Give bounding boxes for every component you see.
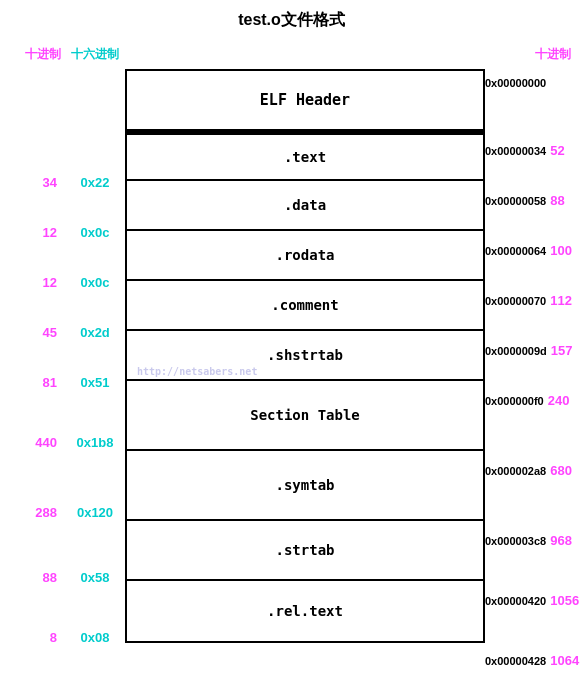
hex-comment: 0x2d: [80, 325, 110, 340]
segment-shstrtab: .shstrtab http://netsabers.net: [127, 331, 483, 381]
addr-9d: 0x0000009d: [485, 345, 547, 357]
addr-58: 0x00000058: [485, 195, 546, 207]
left-dec-shstrtab: 81: [43, 375, 61, 390]
dec-968: 968: [550, 533, 572, 548]
addr-3c8: 0x000003c8: [485, 535, 546, 547]
page-title: test.o文件格式: [10, 10, 573, 31]
left-col-header: 十进制: [25, 46, 61, 63]
dec-1064: 1064: [550, 653, 579, 668]
dec-157: 157: [551, 343, 573, 358]
segment-symtab: .symtab: [127, 451, 483, 521]
main-diagram-box: ELF Header .text .data .rodata .comment: [125, 39, 485, 667]
dec-52: 52: [550, 143, 564, 158]
center-col-header: 十六进制: [71, 46, 119, 63]
right-address-column: 十进制 0x00000000 0x00000034 52 0x00000058 …: [485, 39, 573, 667]
hex-data: 0x0c: [81, 225, 110, 240]
hex-sectab: 0x1b8: [77, 435, 114, 450]
hex-symtab: 0x120: [77, 505, 113, 520]
segment-rodata: .rodata: [127, 231, 483, 281]
hex-text: 0x22: [81, 175, 110, 190]
left-dec-comment: 45: [43, 325, 61, 340]
main-container: test.o文件格式 十进制 34 12 12 45: [10, 10, 573, 667]
dec-240: 240: [548, 393, 570, 408]
dec-88: 88: [550, 193, 564, 208]
segment-text: .text: [127, 131, 483, 181]
segment-strtab: .strtab: [127, 521, 483, 581]
left-dec-data: 12: [43, 225, 61, 240]
addr-428: 0x00000428: [485, 655, 546, 667]
watermark: http://netsabers.net: [137, 366, 257, 377]
left-decimal-column: 十进制 34 12 12 45 81 440: [10, 39, 65, 667]
addr-2a8: 0x000002a8: [485, 465, 546, 477]
dec-100: 100: [550, 243, 572, 258]
addr-420: 0x00000420: [485, 595, 546, 607]
center-hex-column: 十六进制 0x22 0x0c 0x0c 0x2d 0x51 0x1b8: [65, 39, 125, 667]
left-dec-reltext: 8: [50, 630, 61, 645]
addr-0: 0x00000000: [485, 77, 546, 89]
dec-680: 680: [550, 463, 572, 478]
addr-34: 0x00000034: [485, 145, 546, 157]
addr-70: 0x00000070: [485, 295, 546, 307]
left-dec-strtab: 88: [43, 570, 61, 585]
segment-comment: .comment: [127, 281, 483, 331]
segment-section-table: Section Table: [127, 381, 483, 451]
segment-elf-header: ELF Header: [127, 71, 483, 131]
left-dec-text: 34: [43, 175, 61, 190]
dec-1056: 1056: [550, 593, 579, 608]
hex-shstrtab: 0x51: [81, 375, 110, 390]
dec-112: 112: [550, 293, 572, 308]
left-dec-rodata: 12: [43, 275, 61, 290]
elf-layout-box: ELF Header .text .data .rodata .comment: [125, 69, 485, 643]
left-dec-sectab: 440: [35, 435, 61, 450]
hex-strtab: 0x58: [81, 570, 110, 585]
right-col-header: 十进制: [535, 46, 571, 63]
addr-f0: 0x000000f0: [485, 395, 544, 407]
addr-64: 0x00000064: [485, 245, 546, 257]
hex-rodata: 0x0c: [81, 275, 110, 290]
left-dec-symtab: 288: [35, 505, 61, 520]
segment-data: .data: [127, 181, 483, 231]
hex-reltext: 0x08: [81, 630, 110, 645]
segment-reltext: .rel.text: [127, 581, 483, 641]
